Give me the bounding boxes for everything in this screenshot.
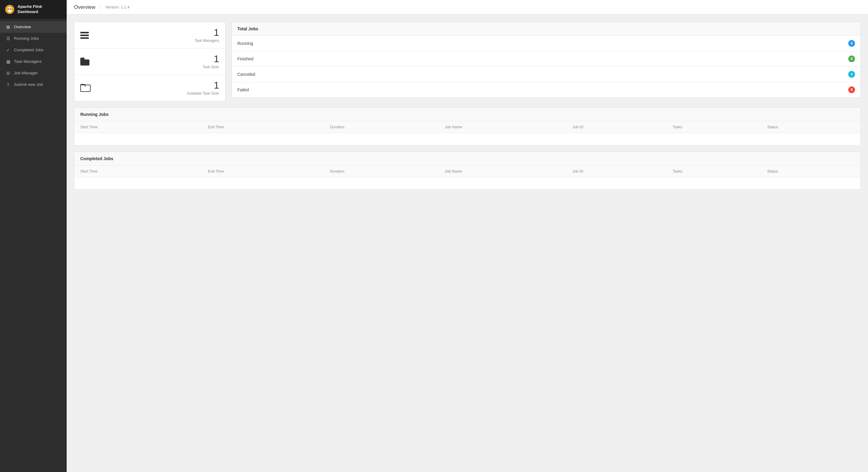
sidebar-item-label: Job Manager bbox=[14, 71, 38, 75]
finished-label: Finished bbox=[237, 56, 253, 61]
col-tasks: Tasks bbox=[666, 166, 761, 177]
sidebar-header: Apache Flink Dashboard bbox=[0, 0, 67, 19]
stat-right: 1 Task Slots bbox=[203, 54, 219, 69]
running-jobs-table: Start Time End Time Duration Job Name Jo… bbox=[74, 121, 861, 145]
sidebar-item-submit-job[interactable]: ⇧ Submit new Job bbox=[0, 79, 67, 90]
svg-point-1 bbox=[7, 7, 12, 12]
running-jobs-body bbox=[74, 133, 861, 145]
folder-filled-icon bbox=[80, 58, 89, 65]
col-end-time: End Time bbox=[202, 121, 324, 133]
col-duration: Duration bbox=[324, 121, 439, 133]
col-job-name: Job Name bbox=[439, 121, 566, 133]
sidebar: Apache Flink Dashboard ⊞ Overview ☰ Runn… bbox=[0, 0, 67, 472]
col-job-name: Job Name bbox=[439, 166, 566, 177]
sidebar-item-task-managers[interactable]: ▦ Task Managers bbox=[0, 56, 67, 67]
sidebar-nav: ⊞ Overview ☰ Running Jobs ✓ Completed Jo… bbox=[0, 21, 67, 472]
job-status-canceled: Canceled 0 bbox=[232, 67, 861, 82]
sidebar-item-label: Task Managers bbox=[14, 59, 42, 64]
sidebar-item-running-jobs[interactable]: ☰ Running Jobs bbox=[0, 33, 67, 44]
job-status-finished: Finished 0 bbox=[232, 51, 861, 67]
topbar: Overview Version: 1.1.4 bbox=[67, 0, 868, 14]
col-start-time: Start Time bbox=[74, 166, 202, 177]
table-header-row: Start Time End Time Duration Job Name Jo… bbox=[74, 121, 861, 133]
col-tasks: Tasks bbox=[666, 121, 761, 133]
stat-right: 1 Task Managers bbox=[194, 28, 219, 43]
col-job-id: Job ID bbox=[566, 121, 667, 133]
running-badge: 0 bbox=[848, 40, 855, 47]
sidebar-item-label: Submit new Job bbox=[14, 82, 43, 87]
job-status-running: Running 0 bbox=[232, 36, 861, 51]
sidebar-item-label: Overview bbox=[14, 25, 31, 29]
server-icon: ▦ bbox=[5, 59, 11, 64]
stat-available-slots: 1 Available Task Slots bbox=[74, 75, 225, 101]
grid-icon: ⊞ bbox=[5, 25, 11, 29]
task-slots-value: 1 bbox=[203, 54, 219, 64]
available-slots-label: Available Task Slots bbox=[187, 91, 219, 95]
job-status-failed: Failed 0 bbox=[232, 82, 861, 97]
running-jobs-header: Running Jobs bbox=[74, 108, 861, 121]
available-slots-value: 1 bbox=[187, 80, 219, 90]
sidebar-item-label: Running Jobs bbox=[14, 36, 39, 41]
page-title: Overview bbox=[74, 4, 95, 10]
svg-point-3 bbox=[10, 8, 11, 10]
stat-task-managers: 1 Task Managers bbox=[74, 22, 225, 49]
version-label: Version: 1.1.4 bbox=[105, 5, 130, 9]
col-duration: Duration bbox=[324, 166, 439, 177]
content-area: 1 Task Managers 1 Task Slots 1 bbox=[67, 14, 868, 197]
col-job-id: Job ID bbox=[566, 166, 667, 177]
stats-row: 1 Task Managers 1 Task Slots 1 bbox=[74, 22, 861, 101]
canceled-label: Canceled bbox=[237, 72, 255, 77]
completed-jobs-table: Start Time End Time Duration Job Name Jo… bbox=[74, 166, 861, 189]
upload-icon: ⇧ bbox=[5, 82, 11, 87]
total-jobs-panel: Total Jobs Running 0 Finished 0 Canceled… bbox=[231, 22, 861, 98]
completed-jobs-section: Completed Jobs Start Time End Time Durat… bbox=[74, 152, 861, 190]
topbar-divider bbox=[100, 4, 101, 10]
taskmanagers-icon bbox=[80, 32, 89, 39]
sidebar-item-label: Completed Jobs bbox=[14, 48, 44, 52]
completed-jobs-header: Completed Jobs bbox=[74, 152, 861, 166]
canceled-badge: 0 bbox=[848, 71, 855, 78]
briefcase-icon: ⊟ bbox=[5, 71, 11, 76]
sidebar-item-job-manager[interactable]: ⊟ Job Manager bbox=[0, 67, 67, 79]
stat-right: 1 Available Task Slots bbox=[187, 80, 219, 95]
failed-badge: 0 bbox=[848, 86, 855, 93]
stat-task-slots: 1 Task Slots bbox=[74, 49, 225, 75]
main-area: Overview Version: 1.1.4 1 Task Managers bbox=[67, 0, 868, 472]
task-slots-label: Task Slots bbox=[203, 65, 219, 69]
sidebar-item-overview[interactable]: ⊞ Overview bbox=[0, 21, 67, 33]
app-title: Apache Flink Dashboard bbox=[18, 4, 62, 14]
col-start-time: Start Time bbox=[74, 121, 202, 133]
app-logo bbox=[5, 4, 14, 14]
task-managers-label: Task Managers bbox=[194, 38, 219, 43]
running-label: Running bbox=[237, 41, 253, 46]
folder-outline-icon bbox=[80, 84, 89, 92]
failed-label: Failed bbox=[237, 87, 249, 92]
table-header-row: Start Time End Time Duration Job Name Jo… bbox=[74, 166, 861, 177]
table-row bbox=[74, 133, 861, 145]
list-icon: ☰ bbox=[5, 36, 11, 41]
task-managers-value: 1 bbox=[194, 28, 219, 37]
stats-cards: 1 Task Managers 1 Task Slots 1 bbox=[74, 22, 225, 101]
finished-badge: 0 bbox=[848, 56, 855, 62]
table-row bbox=[74, 177, 861, 189]
completed-jobs-body bbox=[74, 177, 861, 189]
sidebar-item-completed-jobs[interactable]: ✓ Completed Jobs bbox=[0, 44, 67, 56]
svg-point-2 bbox=[8, 8, 9, 10]
col-status: Status bbox=[761, 166, 861, 177]
running-jobs-section: Running Jobs Start Time End Time Duratio… bbox=[74, 108, 861, 146]
col-status: Status bbox=[761, 121, 861, 133]
col-end-time: End Time bbox=[202, 166, 324, 177]
total-jobs-header: Total Jobs bbox=[232, 22, 861, 36]
check-circle-icon: ✓ bbox=[5, 48, 11, 53]
